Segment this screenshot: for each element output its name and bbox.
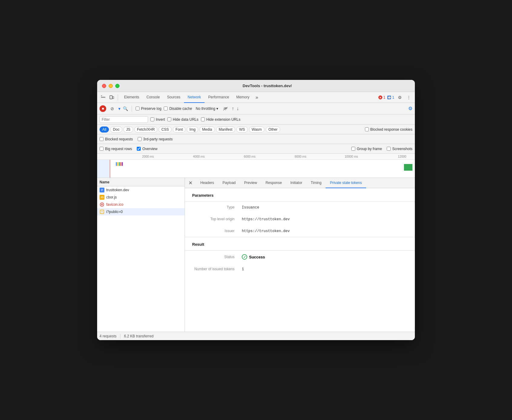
issuer-label: Issuer <box>192 229 235 233</box>
tab-more-button[interactable]: » <box>253 95 261 100</box>
blocked-requests-label[interactable]: Blocked requests <box>100 137 133 141</box>
blocked-cookies-checkbox[interactable] <box>365 127 369 131</box>
transferred-size: 6.2 KB transferred <box>124 334 153 338</box>
network-toolbar: ■ ⊘ ▾ 🔍 Preserve log Disable cache No th… <box>97 103 415 114</box>
big-request-rows-label[interactable]: Big request rows <box>100 147 132 151</box>
overview-checkbox[interactable] <box>137 147 141 151</box>
filter-input[interactable] <box>100 116 148 123</box>
file-item-3[interactable]: i?public=0 <box>97 208 185 215</box>
timeline-green-bar <box>404 164 412 171</box>
third-party-checkbox[interactable] <box>138 137 142 141</box>
clear-button[interactable]: ⊘ <box>109 105 116 112</box>
svg-rect-14 <box>101 190 103 190</box>
tab-network[interactable]: Network <box>184 92 205 103</box>
separator-2 <box>132 106 132 112</box>
disable-cache-label[interactable]: Disable cache <box>164 107 192 111</box>
invert-checkbox[interactable] <box>150 117 154 121</box>
blocked-cookies-label[interactable]: Blocked response cookies <box>365 127 412 132</box>
file-item-2[interactable]: favicon.ico <box>97 201 185 208</box>
minimize-button[interactable] <box>109 84 113 88</box>
filter-tag-media[interactable]: Media <box>199 126 215 133</box>
detail-tab-initiator[interactable]: Initiator <box>286 178 306 188</box>
file-icon-error <box>100 202 104 207</box>
file-name-3: i?public=0 <box>106 210 123 214</box>
filter-tag-js[interactable]: JS <box>123 126 133 133</box>
toolbar-right: ✕ 1 💬 1 ⚙ ⋮ <box>378 94 412 101</box>
group-by-frame-label[interactable]: Group by frame <box>351 147 382 151</box>
screenshots-label[interactable]: Screenshots <box>387 147 412 151</box>
throttle-select[interactable]: No throttling ▾ <box>195 106 220 111</box>
overview-label[interactable]: Overview <box>137 147 157 151</box>
type-filter-row: All Doc JS Fetch/XHR CSS Font Img Media … <box>97 125 415 134</box>
big-request-rows-checkbox[interactable] <box>100 147 103 151</box>
invert-label[interactable]: Invert <box>150 117 165 122</box>
record-button[interactable]: ■ <box>100 105 106 112</box>
preserve-log-label[interactable]: Preserve log <box>136 107 161 111</box>
detail-tab-response[interactable]: Response <box>261 178 286 188</box>
detail-tab-preview[interactable]: Preview <box>240 178 261 188</box>
filter-tag-fetchxhr[interactable]: Fetch/XHR <box>134 126 158 133</box>
filter-button[interactable]: ▾ <box>118 106 120 111</box>
search-button[interactable]: 🔍 <box>123 106 128 111</box>
detail-tab-timing[interactable]: Timing <box>307 178 326 188</box>
status-separator <box>120 334 120 339</box>
wifi-button[interactable] <box>222 105 229 112</box>
issued-tokens-label: Number of issued tokens <box>192 267 235 271</box>
status-value: ✓ Success <box>242 254 265 260</box>
tick-8000: 8000 ms <box>295 155 306 158</box>
filter-tag-doc[interactable]: Doc <box>110 126 122 133</box>
cursor-tool-button[interactable] <box>100 94 107 101</box>
detail-tab-headers[interactable]: Headers <box>196 178 218 188</box>
traffic-lights <box>102 84 120 88</box>
svg-rect-0 <box>101 95 102 96</box>
upload-button[interactable]: ↑ <box>231 106 234 111</box>
filter-tag-ws[interactable]: WS <box>236 126 248 133</box>
blocked-requests-checkbox[interactable] <box>100 137 103 141</box>
disable-cache-checkbox[interactable] <box>164 107 168 110</box>
hide-data-urls-checkbox[interactable] <box>167 117 171 121</box>
hide-extension-urls-checkbox[interactable] <box>201 117 205 121</box>
tab-console[interactable]: Console <box>143 92 163 103</box>
filter-tag-wasm[interactable]: Wasm <box>249 126 265 133</box>
file-icon-js: JS <box>100 195 104 200</box>
svg-rect-15 <box>101 191 102 191</box>
filter-tag-manifest[interactable]: Manifest <box>216 126 235 133</box>
file-list: Name trusttoken.dev JS cbor.js favicon.i… <box>97 178 185 332</box>
preserve-log-checkbox[interactable] <box>136 107 139 110</box>
group-by-frame-checkbox[interactable] <box>351 147 355 151</box>
filter-tag-css[interactable]: CSS <box>159 126 172 133</box>
timeline-graph <box>97 160 415 178</box>
maximize-button[interactable] <box>115 84 120 88</box>
options-view-left: Big request rows Overview <box>100 147 157 151</box>
detail-close-button[interactable]: ✕ <box>186 180 195 186</box>
tab-performance[interactable]: Performance <box>205 92 233 103</box>
close-button[interactable] <box>102 84 106 88</box>
download-button[interactable]: ↓ <box>236 106 239 111</box>
hide-extension-urls-label[interactable]: Hide extension URLs <box>201 117 241 122</box>
tab-elements[interactable]: Elements <box>120 92 143 103</box>
svg-text:💬: 💬 <box>388 96 391 99</box>
tab-memory[interactable]: Memory <box>233 92 253 103</box>
tab-sources[interactable]: Sources <box>163 92 184 103</box>
filter-tag-font[interactable]: Font <box>173 126 185 133</box>
screenshots-checkbox[interactable] <box>387 147 391 151</box>
detail-tab-payload[interactable]: Payload <box>218 178 240 188</box>
result-section-header: Result <box>185 237 415 250</box>
file-item-0[interactable]: trusttoken.dev <box>97 186 185 194</box>
tab-bar: Elements Console Sources Network Perform… <box>120 92 377 103</box>
network-settings-button[interactable]: ⚙ <box>408 106 412 111</box>
hide-data-urls-label[interactable]: Hide data URLs <box>167 117 199 122</box>
settings-button[interactable]: ⚙ <box>396 94 403 101</box>
window-title: DevTools - trusttoken.dev/ <box>124 84 410 88</box>
detail-tab-private-state-tokens[interactable]: Private state tokens <box>326 178 366 188</box>
filter-tag-all[interactable]: All <box>100 126 109 133</box>
file-item-1[interactable]: JS cbor.js <box>97 194 185 201</box>
svg-text:✕: ✕ <box>379 96 382 99</box>
detail-content: Parameters Type Issuance Top level origi… <box>185 188 415 332</box>
third-party-label[interactable]: 3rd-party requests <box>138 137 172 141</box>
more-options-button[interactable]: ⋮ <box>405 94 412 101</box>
device-toolbar-button[interactable] <box>108 94 115 101</box>
filter-tag-img[interactable]: Img <box>187 126 198 133</box>
devtools-window: DevTools - trusttoken.dev/ Elements Cons… <box>97 80 415 340</box>
filter-tag-other[interactable]: Other <box>266 126 280 133</box>
